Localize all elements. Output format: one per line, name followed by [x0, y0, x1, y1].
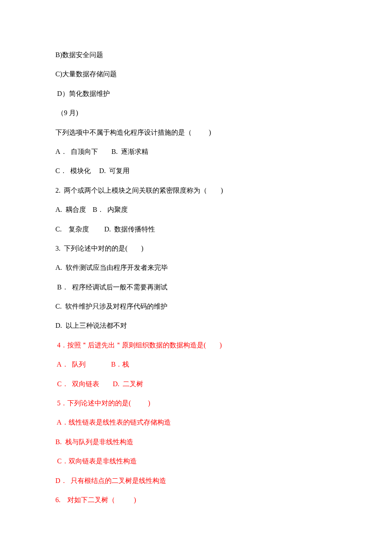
text-line: 2. 两个或两个以上模块之间关联的紧密限度称为（ )	[55, 186, 337, 195]
text-line: C. 软件维护只涉及对程序代码的维护	[55, 302, 337, 311]
text-line: C． 模块化 ﻿﻿﻿ D. 可复用	[55, 166, 337, 176]
text-line: A. 耦合度 ﻿﻿﻿B． 内聚度	[55, 205, 337, 214]
text-line: A． 自顶向下 ﻿﻿ B. 逐渐求精	[55, 147, 337, 156]
text-line: 5．下列论述中对的的是( )	[55, 399, 337, 408]
text-line: B． 程序经调试后一般不需要再测试	[55, 283, 337, 292]
text-line: C. 复杂度 ﻿﻿D. 数据传播特性	[55, 225, 337, 234]
text-line: C． 双向链表 ﻿ ﻿D. 二叉树	[55, 379, 337, 389]
text-line: C)大量数据存储问题	[55, 69, 337, 79]
text-line: 6. 对如下二叉树（ )	[55, 495, 337, 505]
text-line: A. 软件测试应当由程序开发者来完毕	[55, 263, 337, 272]
text-line: D. 以上三种说法都不对	[55, 321, 337, 330]
text-line: 下列选项中不属于构造化程序设计措施的是（ )	[55, 128, 337, 137]
text-line: B. 栈与队列是非线性构造	[55, 437, 337, 447]
text-line: B)数据安全问题	[55, 50, 337, 60]
text-line: C．双向链表是非线性构造	[55, 457, 337, 466]
text-line: D）简化数据维护	[55, 89, 337, 98]
text-line: 3. 下列论述中对的的是( )	[55, 244, 337, 253]
text-line: （9 月)	[55, 108, 337, 118]
text-line: A．线性链表是线性表的链式存储构造	[55, 418, 337, 427]
document-page: B)数据安全问题C)大量数据存储问题 D）简化数据维护 （9 月)下列选项中不属…	[0, 0, 392, 505]
text-line: D． 只有根结点的二叉树是线性构造	[55, 476, 337, 486]
text-line: 4．按照＂后进先出＂原则组织数据的数据构造是( )	[55, 341, 337, 350]
text-line: A． 队列 ﻿﻿ B．栈	[55, 360, 337, 369]
